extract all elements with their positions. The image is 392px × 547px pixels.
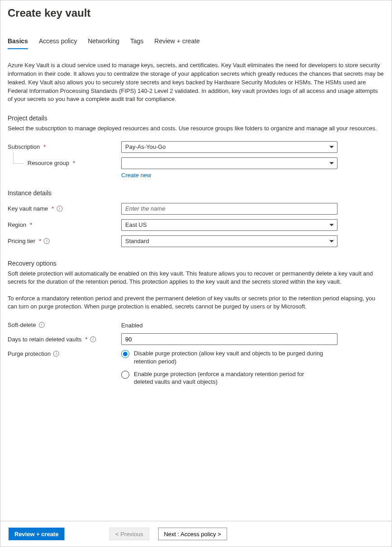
resource-group-select[interactable] — [121, 157, 337, 169]
soft-delete-value: Enabled — [121, 321, 337, 329]
region-select[interactable]: East US — [121, 219, 337, 231]
recovery-p2: To enforce a mandatory retention period … — [8, 294, 384, 311]
tab-networking[interactable]: Networking — [88, 36, 119, 49]
info-icon[interactable]: i — [39, 322, 45, 328]
recovery-p1: Soft delete protection will automaticall… — [8, 270, 384, 286]
review-create-button[interactable]: Review + create — [9, 528, 64, 540]
info-icon[interactable]: i — [57, 206, 63, 211]
purge-disable-radio[interactable] — [121, 350, 129, 358]
soft-delete-label: Soft-delete i — [8, 322, 121, 328]
subscription-label: Subscription* — [8, 143, 121, 150]
region-label: Region* — [8, 221, 121, 228]
previous-button: < Previous — [109, 528, 149, 540]
keyvault-name-label: Key vault name* i — [8, 205, 121, 212]
wizard-footer: Review + create < Previous Next : Access… — [0, 521, 392, 547]
subscription-select[interactable]: Pay-As-You-Go — [121, 141, 337, 153]
retention-days-input[interactable] — [121, 333, 337, 345]
tab-access-policy[interactable]: Access policy — [39, 36, 77, 49]
resource-group-label: Resource group* — [8, 160, 121, 166]
info-icon[interactable]: i — [90, 336, 96, 342]
required-asterisk: * — [73, 160, 75, 166]
info-icon[interactable]: i — [44, 238, 50, 244]
page-title: Create key vault — [8, 7, 384, 19]
retention-days-label-text: Days to retain deleted vaults — [8, 336, 82, 343]
pricing-tier-label-text: Pricing tier — [8, 238, 35, 244]
subscription-label-text: Subscription — [8, 143, 40, 150]
wizard-tabs: Basics Access policy Networking Tags Rev… — [8, 36, 384, 50]
required-asterisk: * — [85, 336, 87, 343]
project-details-sub: Select the subscription to manage deploy… — [8, 124, 384, 133]
required-asterisk: * — [39, 238, 41, 244]
purge-enable-radio[interactable] — [121, 371, 129, 379]
chevron-down-icon — [329, 240, 334, 242]
tab-basics[interactable]: Basics — [8, 36, 28, 49]
soft-delete-label-text: Soft-delete — [8, 322, 36, 328]
retention-days-label: Days to retain deleted vaults* i — [8, 336, 121, 343]
resource-group-label-text: Resource group — [27, 160, 69, 166]
required-asterisk: * — [30, 221, 32, 228]
purge-protection-label: Purge protection i — [8, 349, 121, 357]
intro-text: Azure Key Vault is a cloud service used … — [8, 61, 384, 104]
keyvault-name-input[interactable] — [121, 203, 337, 215]
pricing-tier-label: Pricing tier* i — [8, 238, 121, 244]
purge-disable-label: Disable purge protection (allow key vaul… — [134, 349, 323, 365]
purge-protection-label-text: Purge protection — [8, 350, 50, 357]
tab-review-create[interactable]: Review + create — [155, 36, 200, 49]
next-button[interactable]: Next : Access policy > — [158, 528, 227, 540]
pricing-tier-value: Standard — [125, 238, 149, 244]
chevron-down-icon — [329, 146, 334, 148]
region-value: East US — [125, 221, 147, 228]
pricing-tier-select[interactable]: Standard — [121, 235, 337, 247]
instance-details-heading: Instance details — [8, 189, 384, 197]
keyvault-name-label-text: Key vault name — [8, 205, 48, 212]
tab-tags[interactable]: Tags — [130, 36, 144, 49]
create-new-link[interactable]: Create new — [121, 172, 151, 179]
purge-enable-label: Enable purge protection (enforce a manda… — [134, 370, 323, 386]
recovery-options-heading: Recovery options — [8, 260, 384, 267]
required-asterisk: * — [44, 143, 46, 150]
subscription-value: Pay-As-You-Go — [125, 143, 166, 150]
required-asterisk: * — [52, 205, 54, 212]
project-details-heading: Project details — [8, 115, 384, 122]
chevron-down-icon — [329, 162, 334, 164]
region-label-text: Region — [8, 221, 26, 228]
chevron-down-icon — [329, 224, 334, 226]
info-icon[interactable]: i — [53, 351, 59, 357]
